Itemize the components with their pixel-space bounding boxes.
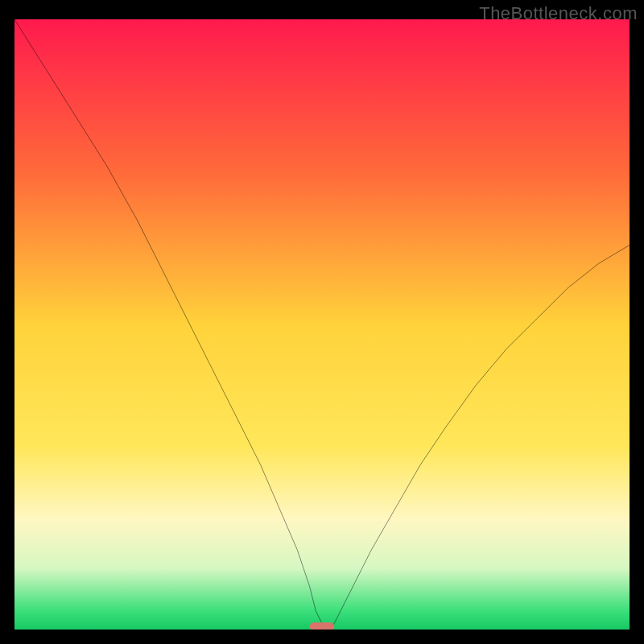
gradient-background bbox=[14, 19, 630, 630]
plot-svg bbox=[14, 19, 630, 630]
watermark-text: TheBottleneck.com bbox=[479, 3, 638, 24]
chart-frame: TheBottleneck.com bbox=[0, 0, 644, 644]
plot-area bbox=[14, 19, 630, 630]
optimal-marker bbox=[310, 622, 335, 630]
